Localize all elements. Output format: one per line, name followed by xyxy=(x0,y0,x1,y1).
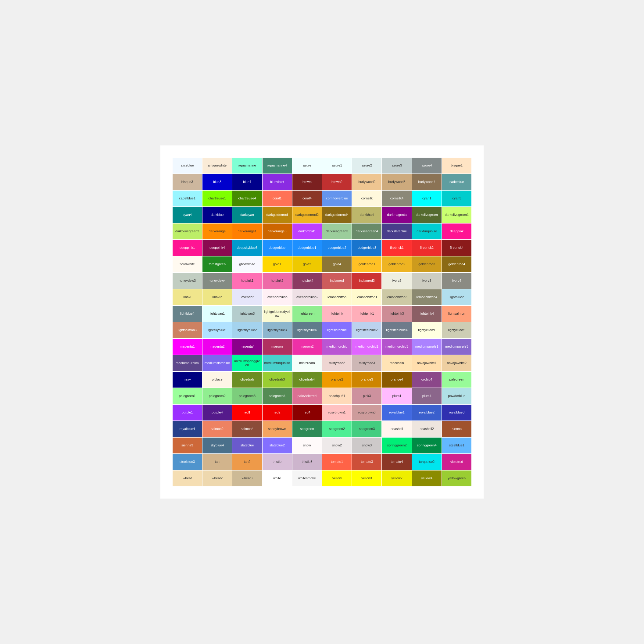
color-cell-wheat3[interactable]: wheat3 xyxy=(232,470,262,486)
color-cell-orchid4[interactable]: orchid4 xyxy=(412,372,442,388)
color-cell-honeydew3[interactable]: honeydew3 xyxy=(173,273,202,289)
color-cell-yellow[interactable]: yellow xyxy=(322,470,352,486)
color-cell-mediumslateblue[interactable]: mediumslateblue xyxy=(202,355,232,371)
color-cell-azure3[interactable]: azure3 xyxy=(382,158,411,174)
color-cell-lightgreen[interactable]: lightgreen xyxy=(292,306,322,322)
color-cell-orange4[interactable]: orange4 xyxy=(382,372,411,388)
color-cell-mediumpurple3[interactable]: mediumpurple3 xyxy=(442,339,471,355)
color-cell-lightpink1[interactable]: lightpink1 xyxy=(352,306,381,322)
color-cell-darkseagreen4[interactable]: darkseagreen4 xyxy=(352,224,381,239)
color-cell-cadetblue1[interactable]: cadetblue1 xyxy=(173,191,202,206)
color-cell-azure2[interactable]: azure2 xyxy=(352,158,381,174)
color-cell-thistle3[interactable]: thistle3 xyxy=(292,454,322,470)
color-cell-antiquewhite[interactable]: antiquewhite xyxy=(202,158,232,174)
color-cell-deeppink4[interactable]: deeppink4 xyxy=(202,240,232,256)
color-cell-khaki[interactable]: khaki xyxy=(173,289,202,305)
color-cell-whitesmoke[interactable]: whitesmoke xyxy=(292,470,322,486)
color-cell-darkgoldenrod4[interactable]: darkgoldenrod4 xyxy=(322,207,352,223)
color-cell-darkgoldenrod2[interactable]: darkgoldenrod2 xyxy=(292,207,322,223)
color-cell-moccasin[interactable]: moccasin xyxy=(382,355,411,371)
color-cell-magenta1[interactable]: magenta1 xyxy=(173,339,202,355)
color-cell-lavenderblush2[interactable]: lavenderblush2 xyxy=(292,289,322,305)
color-cell-gold1[interactable]: gold1 xyxy=(263,256,292,272)
color-cell-springgreen4[interactable]: springgreen4 xyxy=(412,438,442,453)
color-cell-darkorchid1[interactable]: darkorchid1 xyxy=(292,224,322,239)
color-cell-violetred[interactable]: violetred xyxy=(442,454,471,470)
color-cell-lightpink4[interactable]: lightpink4 xyxy=(412,306,442,322)
color-cell-darkkhaki[interactable]: darkkhaki xyxy=(352,207,381,223)
color-cell-lightskyblue2[interactable]: lightskyblue2 xyxy=(232,322,262,338)
color-cell-lightsalmon3[interactable]: lightsalmon3 xyxy=(173,322,202,338)
color-cell-lavenderblush[interactable]: lavenderblush xyxy=(263,289,292,305)
color-cell-purple1[interactable]: purple1 xyxy=(173,405,202,420)
color-cell-goldenrod4[interactable]: goldenrod4 xyxy=(442,256,471,272)
color-cell-mediumspringgreen[interactable]: mediumspringgreen xyxy=(232,355,262,371)
color-cell-skyblue4[interactable]: skyblue4 xyxy=(202,438,232,453)
color-cell-indianred[interactable]: indianred xyxy=(322,273,352,289)
color-cell-azure[interactable]: azure xyxy=(292,158,322,174)
color-cell-seashell2[interactable]: seashell2 xyxy=(412,421,442,437)
color-cell-royalblue1[interactable]: royalblue1 xyxy=(382,405,411,420)
color-cell-lightsteelblue2[interactable]: lightsteelblue2 xyxy=(352,322,381,338)
color-cell-gold2[interactable]: gold2 xyxy=(292,256,322,272)
color-cell-aquamarine[interactable]: aquamarine xyxy=(232,158,262,174)
color-cell-darkorange1[interactable]: darkorange1 xyxy=(232,224,262,239)
color-cell-navy[interactable]: navy xyxy=(173,372,202,388)
color-cell-lightcyan1[interactable]: lightcyan1 xyxy=(202,306,232,322)
color-cell-khaki2[interactable]: khaki2 xyxy=(202,289,232,305)
color-cell-hotpink4[interactable]: hotpink4 xyxy=(292,273,322,289)
color-cell-sandybrown[interactable]: sandybrown xyxy=(263,421,292,437)
color-cell-yellow1[interactable]: yellow1 xyxy=(352,470,381,486)
color-cell-orange2[interactable]: orange2 xyxy=(322,372,352,388)
color-cell-goldenrod1[interactable]: goldenrod1 xyxy=(352,256,381,272)
color-cell-dodgerblue[interactable]: dodgerblue xyxy=(263,240,292,256)
color-cell-purple4[interactable]: purple4 xyxy=(202,405,232,420)
color-cell-goldenrod3[interactable]: goldenrod3 xyxy=(412,256,442,272)
color-cell-lightyellow3[interactable]: lightyellow3 xyxy=(442,322,471,338)
color-cell-tomato4[interactable]: tomato4 xyxy=(382,454,411,470)
color-cell-indianred3[interactable]: indianred3 xyxy=(352,273,381,289)
color-cell-snow[interactable]: snow xyxy=(292,438,322,453)
color-cell-seagreen3[interactable]: seagreen3 xyxy=(352,421,381,437)
color-cell-tomato1[interactable]: tomato1 xyxy=(322,454,352,470)
color-cell-floralwhite[interactable]: floralwhite xyxy=(173,256,202,272)
color-cell-blue4[interactable]: blue4 xyxy=(232,174,262,190)
color-cell-burlywood2[interactable]: burlywood2 xyxy=(352,174,381,190)
color-cell-darkslateblue[interactable]: darkslateblue xyxy=(382,224,411,239)
color-cell-bisque1[interactable]: bisque1 xyxy=(442,158,471,174)
color-cell-palegreen1[interactable]: palegreen1 xyxy=(173,388,202,404)
color-cell-brown2[interactable]: brown2 xyxy=(322,174,352,190)
color-cell-mediumorchid[interactable]: mediumorchid xyxy=(322,339,352,355)
color-cell-red1[interactable]: red1 xyxy=(232,405,262,420)
color-cell-lavender[interactable]: lavender xyxy=(232,289,262,305)
color-cell-turquoise2[interactable]: turquoise2 xyxy=(412,454,442,470)
color-cell-orange3[interactable]: orange3 xyxy=(352,372,381,388)
color-cell-cornsilk[interactable]: cornsilk xyxy=(352,191,381,206)
color-cell-tan[interactable]: tan xyxy=(202,454,232,470)
color-cell-darkmagenta[interactable]: darkmagenta xyxy=(382,207,411,223)
color-cell-maroon[interactable]: maroon xyxy=(263,339,292,355)
color-cell-wheat[interactable]: wheat xyxy=(173,470,202,486)
color-cell-steelblue3[interactable]: steelblue3 xyxy=(173,454,202,470)
color-cell-mistyrose3[interactable]: mistyrose3 xyxy=(352,355,381,371)
color-cell-lemonchiffon3[interactable]: lemonchiffon3 xyxy=(382,289,411,305)
color-cell-ghostwhite[interactable]: ghostwhite xyxy=(232,256,262,272)
color-cell-aliceblue[interactable]: aliceblue xyxy=(173,158,202,174)
color-cell-peachpuff1[interactable]: peachpuff1 xyxy=(322,388,352,404)
color-cell-snow3[interactable]: snow3 xyxy=(352,438,381,453)
color-cell-lightskyblue3[interactable]: lightskyblue3 xyxy=(263,322,292,338)
color-cell-thistle[interactable]: thistle xyxy=(263,454,292,470)
color-cell-yellowgreen[interactable]: yellowgreen xyxy=(442,470,471,486)
color-cell-rosybrown1[interactable]: rosybrown1 xyxy=(322,405,352,420)
color-cell-darkorange3[interactable]: darkorange3 xyxy=(263,224,292,239)
color-cell-ivory4[interactable]: ivory4 xyxy=(442,273,471,289)
color-cell-darkolivegreen1[interactable]: darkolivegreen1 xyxy=(442,207,471,223)
color-cell-lightblue2[interactable]: lightblue2 xyxy=(442,289,471,305)
color-cell-lightslateblue[interactable]: lightslateblue xyxy=(322,322,352,338)
color-cell-magenta4[interactable]: magenta4 xyxy=(232,339,262,355)
color-cell-lemonchiffon4[interactable]: lemonchiffon4 xyxy=(412,289,442,305)
color-cell-lightskyblue1[interactable]: lightskyblue1 xyxy=(202,322,232,338)
color-cell-honeydew4[interactable]: honeydew4 xyxy=(202,273,232,289)
color-cell-forestgreen[interactable]: forestgreen xyxy=(202,256,232,272)
color-cell-yellow4[interactable]: yellow4 xyxy=(412,470,442,486)
